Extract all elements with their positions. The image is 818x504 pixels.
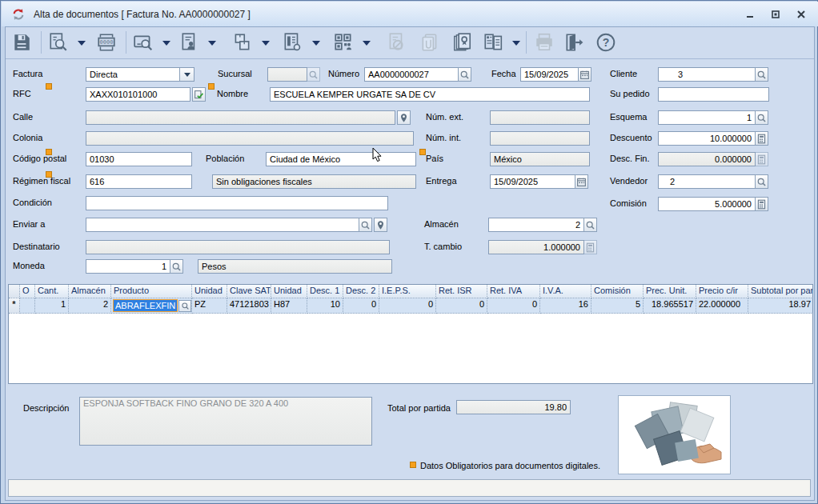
- comision-calc-button[interactable]: [755, 197, 768, 211]
- warehouse-boxes-dropdown-arrow[interactable]: [262, 41, 270, 46]
- document-search-button[interactable]: [46, 30, 70, 54]
- rfc-validate-button[interactable]: [192, 87, 206, 102]
- desc-fin-field[interactable]: 0.000000: [658, 152, 756, 166]
- cell-subtotal[interactable]: 18.97: [748, 298, 813, 314]
- grid-col-desc1[interactable]: Desc. 1: [307, 285, 343, 298]
- comision-field[interactable]: 5.000000: [658, 197, 756, 211]
- minimize-button[interactable]: [740, 8, 760, 21]
- titlebar[interactable]: Alta de documentos [ Factura No. AA00000…: [2, 2, 818, 26]
- cell-iva[interactable]: 16: [540, 298, 591, 314]
- document-search-dropdown-arrow[interactable]: [78, 41, 86, 46]
- cell-precio-ci[interactable]: 22.000000: [696, 298, 748, 314]
- esquema-field[interactable]: 1: [658, 110, 756, 125]
- cell-ret-isr[interactable]: 0: [436, 298, 487, 314]
- cell-cant[interactable]: 1: [35, 298, 69, 314]
- producto-selected-value[interactable]: ABRAFLEXFIN: [114, 300, 177, 311]
- numero-field[interactable]: AA0000000027: [364, 67, 459, 82]
- cell-desc1[interactable]: 10: [307, 298, 343, 314]
- sucursal-field[interactable]: [267, 67, 307, 82]
- cell-desc2[interactable]: 0: [343, 298, 379, 314]
- grid-col-clave-sat[interactable]: Clave SAT: [227, 285, 271, 298]
- entrega-calendar-button[interactable]: [575, 174, 588, 189]
- customer-document-button[interactable]: [178, 30, 202, 54]
- grid-col-unidad-sat[interactable]: Unidad: [271, 285, 307, 298]
- descripcion-field[interactable]: ESPONJA SOFTBACK FINO GRANO DE 320 A 400: [79, 397, 372, 446]
- cell-comision[interactable]: 5: [591, 298, 644, 314]
- certified-document-button[interactable]: [451, 30, 475, 54]
- grid-col-ieps[interactable]: I.E.P.S.: [379, 285, 436, 298]
- regimen-fiscal-field[interactable]: 616: [86, 174, 192, 189]
- fecha-calendar-button[interactable]: [578, 67, 591, 82]
- cliente-lookup-button[interactable]: [755, 67, 768, 82]
- document-detail-dropdown-arrow[interactable]: [312, 41, 320, 46]
- grid-col-iva[interactable]: I.V.A.: [540, 285, 591, 298]
- chevron-down-icon[interactable]: [179, 68, 194, 81]
- grid-col-cant[interactable]: Cant.: [35, 285, 69, 298]
- grid-col-o[interactable]: O: [20, 285, 35, 298]
- grid-col-desc2[interactable]: Desc. 2: [343, 285, 379, 298]
- cell-almacen[interactable]: 2: [69, 298, 111, 314]
- calle-field[interactable]: [86, 110, 395, 125]
- document-detail-button[interactable]: [280, 30, 304, 54]
- su-pedido-field[interactable]: [658, 87, 769, 102]
- cell-clave-sat[interactable]: 47121803: [227, 298, 271, 314]
- enviar-a-field[interactable]: [86, 218, 359, 232]
- entrega-field[interactable]: 15/09/2025: [490, 174, 575, 189]
- calle-map-button[interactable]: [397, 110, 411, 125]
- producto-lookup-button[interactable]: [178, 300, 191, 312]
- enviar-a-lookup-button[interactable]: [359, 218, 372, 232]
- condicion-field[interactable]: [86, 196, 388, 210]
- qr-digital-stamp-button[interactable]: [331, 30, 355, 54]
- customer-document-dropdown-arrow[interactable]: [208, 41, 216, 46]
- pais-field[interactable]: México: [490, 152, 590, 166]
- folio-series-button[interactable]: 0000: [94, 30, 118, 54]
- close-button[interactable]: [791, 8, 812, 21]
- grid-col-precio-ci[interactable]: Precio c/ir: [696, 285, 748, 298]
- view-search-button[interactable]: [131, 30, 155, 54]
- codigo-postal-field[interactable]: 01030: [86, 152, 192, 166]
- rfc-field[interactable]: XAXX010101000: [86, 87, 190, 102]
- descuento-calc-button[interactable]: [755, 131, 768, 146]
- qr-digital-stamp-dropdown-arrow[interactable]: [363, 41, 371, 46]
- numero-lookup-button[interactable]: [458, 67, 471, 82]
- t-cambio-field[interactable]: 1.000000: [488, 240, 584, 254]
- moneda-field[interactable]: 1: [86, 259, 170, 274]
- grid-col-comision[interactable]: Comisión: [591, 285, 644, 298]
- cell-ret-iva[interactable]: 0: [487, 298, 540, 314]
- grid-col-almacen[interactable]: Almacén: [69, 285, 111, 298]
- almacen-field[interactable]: 2: [488, 218, 584, 232]
- factura-combo[interactable]: Directa: [86, 67, 194, 82]
- esquema-lookup-button[interactable]: [755, 110, 768, 125]
- grid-col-ret-isr[interactable]: Ret. ISR: [436, 285, 487, 298]
- cell-producto[interactable]: ABRAFLEXFIN: [111, 298, 192, 314]
- num-int-field[interactable]: [490, 131, 590, 146]
- cell-unidad[interactable]: PZ: [192, 298, 227, 314]
- copy-document-button[interactable]: [481, 30, 505, 54]
- num-ext-field[interactable]: [490, 110, 590, 125]
- grid-col-subtotal[interactable]: Subtotal por partid: [748, 285, 813, 298]
- moneda-lookup-button[interactable]: [170, 259, 183, 274]
- fecha-field[interactable]: 15/09/2025: [520, 67, 579, 82]
- almacen-lookup-button[interactable]: [583, 218, 597, 232]
- warehouse-boxes-button[interactable]: [230, 30, 254, 54]
- grid-col-prec-unit[interactable]: Prec. Unit.: [644, 285, 696, 298]
- destinatario-field[interactable]: [86, 240, 390, 254]
- view-search-dropdown-arrow[interactable]: [162, 41, 170, 46]
- grid-col-producto[interactable]: Producto: [111, 285, 192, 298]
- cell-o[interactable]: [20, 298, 35, 314]
- grid-col-ret-iva[interactable]: Ret. IVA: [487, 285, 540, 298]
- grid-col-unidad[interactable]: Unidad: [192, 285, 227, 298]
- nombre-field[interactable]: ESCUELA KEMPER URGATE SA DE CV: [270, 87, 590, 102]
- maximize-button[interactable]: [765, 8, 786, 21]
- cell-prec-unit[interactable]: 18.965517: [644, 298, 696, 314]
- poblacion-field[interactable]: Ciudad de México: [266, 152, 416, 166]
- descuento-field[interactable]: 10.000000: [658, 131, 756, 146]
- enviar-a-map-button[interactable]: [374, 218, 387, 232]
- help-button[interactable]: ?: [594, 30, 618, 54]
- cell-ieps[interactable]: 0: [379, 298, 436, 314]
- exit-button[interactable]: [562, 30, 586, 54]
- vendedor-lookup-button[interactable]: [755, 174, 768, 189]
- copy-document-dropdown-arrow[interactable]: [512, 41, 520, 46]
- cliente-field[interactable]: 3: [658, 67, 756, 82]
- vendedor-field[interactable]: 2: [658, 174, 756, 189]
